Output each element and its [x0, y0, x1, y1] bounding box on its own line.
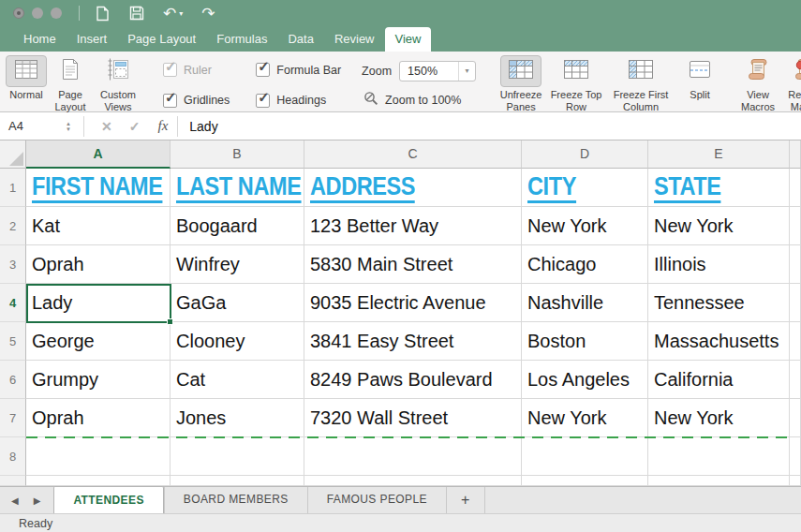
- cell[interactable]: [790, 361, 801, 399]
- normal-view-button[interactable]: Normal: [5, 55, 48, 101]
- row-header[interactable]: 2: [0, 207, 26, 245]
- cell[interactable]: [26, 437, 171, 476]
- headings-checkbox[interactable]: ✓ Headings: [256, 92, 341, 111]
- cell[interactable]: Kat: [26, 207, 171, 245]
- close-window-icon[interactable]: [13, 7, 24, 19]
- column-header-a[interactable]: A: [26, 140, 171, 169]
- cell[interactable]: LAST NAME: [171, 169, 304, 207]
- insert-function-icon[interactable]: fx: [157, 118, 168, 134]
- stepper-down-icon[interactable]: ▼: [66, 126, 71, 132]
- cell[interactable]: New York: [648, 207, 790, 245]
- split-button[interactable]: Split: [679, 55, 720, 101]
- cell[interactable]: [790, 322, 801, 361]
- cell[interactable]: Nashville: [522, 284, 648, 322]
- cell[interactable]: Boogaard: [171, 207, 304, 245]
- add-sheet-button[interactable]: +: [446, 487, 485, 513]
- cell[interactable]: 3841 Easy Street: [304, 322, 522, 361]
- selection-border[interactable]: [26, 284, 171, 323]
- cell[interactable]: Los Angeles: [522, 361, 648, 399]
- checkbox-icon[interactable]: ✓: [163, 94, 177, 108]
- tab-data[interactable]: Data: [277, 27, 323, 52]
- cell[interactable]: [26, 476, 171, 486]
- column-header-c[interactable]: C: [304, 140, 522, 169]
- cell[interactable]: California: [648, 361, 790, 399]
- cell[interactable]: [790, 437, 801, 476]
- cell[interactable]: Jones: [171, 399, 304, 437]
- cell[interactable]: Massachusetts: [648, 322, 790, 361]
- fill-handle[interactable]: [167, 318, 173, 325]
- chevron-down-icon[interactable]: ▾: [458, 62, 475, 81]
- zoom-level-dropdown[interactable]: 150% ▾: [399, 61, 476, 81]
- cancel-icon[interactable]: ✕: [101, 119, 112, 134]
- checkbox-icon[interactable]: ✓: [256, 94, 270, 108]
- row-header[interactable]: 7: [0, 399, 26, 437]
- zoom-to-100-button[interactable]: Zoom to 100%: [362, 91, 476, 110]
- cell[interactable]: ADDRESS: [304, 169, 522, 207]
- cell[interactable]: Oprah: [26, 245, 171, 284]
- record-macro-button[interactable]: Record Macro: [782, 55, 801, 112]
- row-header[interactable]: 3: [0, 245, 26, 284]
- zoom-window-icon[interactable]: [51, 7, 62, 19]
- next-sheet-icon[interactable]: ▶: [34, 495, 41, 506]
- cell[interactable]: Clooney: [171, 322, 304, 361]
- cell[interactable]: Chicago: [522, 245, 648, 284]
- row-header[interactable]: 8: [0, 437, 26, 476]
- gridlines-checkbox[interactable]: ✓ Gridlines: [163, 92, 230, 111]
- cell[interactable]: New York: [522, 207, 648, 245]
- save-icon[interactable]: [129, 6, 144, 21]
- sheet-tab-famous-people[interactable]: FAMOUS PEOPLE: [307, 487, 446, 513]
- cell[interactable]: [522, 437, 648, 476]
- cell[interactable]: 8249 Paws Boulevard: [304, 361, 522, 399]
- row-header[interactable]: 1: [0, 169, 26, 207]
- tab-review[interactable]: Review: [324, 27, 385, 52]
- tab-insert[interactable]: Insert: [67, 27, 118, 52]
- column-header-b[interactable]: B: [171, 140, 304, 169]
- cell[interactable]: [304, 437, 522, 476]
- cell[interactable]: [790, 245, 801, 284]
- cell[interactable]: CITY: [522, 169, 648, 207]
- cell[interactable]: Tennessee: [648, 284, 790, 322]
- previous-sheet-icon[interactable]: ◀: [11, 495, 19, 506]
- view-macros-button[interactable]: View Macros: [735, 55, 780, 112]
- row-header[interactable]: 5: [0, 322, 26, 361]
- cell[interactable]: [522, 476, 648, 486]
- cell[interactable]: [790, 476, 801, 486]
- undo-button[interactable]: ↶ ▾: [163, 6, 183, 22]
- formula-bar-checkbox[interactable]: ✓ Formula Bar: [256, 61, 341, 80]
- cell[interactable]: New York: [522, 399, 648, 437]
- column-header-e[interactable]: E: [648, 140, 790, 169]
- cell[interactable]: 7320 Wall Street: [304, 399, 522, 437]
- cell[interactable]: [790, 169, 801, 207]
- redo-icon[interactable]: ↷: [201, 6, 215, 22]
- cell[interactable]: STATE: [648, 169, 790, 207]
- cell[interactable]: FIRST NAME: [26, 169, 171, 207]
- cell[interactable]: Grumpy: [26, 361, 171, 399]
- cell[interactable]: [648, 476, 790, 486]
- tab-view[interactable]: View: [385, 27, 432, 52]
- row-header[interactable]: 6: [0, 361, 26, 399]
- column-header-d[interactable]: D: [522, 140, 648, 169]
- minimize-window-icon[interactable]: [32, 7, 43, 19]
- row-header[interactable]: 4: [0, 284, 26, 322]
- column-header-partial[interactable]: [790, 140, 801, 169]
- undo-dropdown-icon[interactable]: ▾: [179, 9, 183, 18]
- sheet-tab-attendees[interactable]: ATTENDEES: [53, 486, 163, 513]
- cell[interactable]: [790, 207, 801, 245]
- name-box-stepper[interactable]: ▲ ▼: [62, 121, 75, 132]
- cell[interactable]: [171, 476, 304, 486]
- cell[interactable]: [790, 284, 801, 322]
- cell[interactable]: [171, 437, 304, 476]
- freeze-top-row-button[interactable]: Freeze Top Row: [550, 55, 602, 112]
- cell[interactable]: Cat: [171, 361, 304, 399]
- row-header[interactable]: [0, 476, 26, 486]
- cell[interactable]: [304, 476, 522, 486]
- cell[interactable]: New York: [648, 399, 790, 437]
- page-layout-view-button[interactable]: Page Layout: [50, 55, 91, 112]
- cell[interactable]: George: [26, 322, 171, 361]
- cell[interactable]: [648, 437, 790, 476]
- cell[interactable]: Boston: [522, 322, 648, 361]
- select-all-corner[interactable]: [0, 140, 26, 169]
- cell[interactable]: 5830 Main Street: [304, 245, 522, 284]
- cell[interactable]: 9035 Electric Avenue: [304, 284, 522, 322]
- sheet-tab-board-members[interactable]: BOARD MEMBERS: [164, 487, 307, 513]
